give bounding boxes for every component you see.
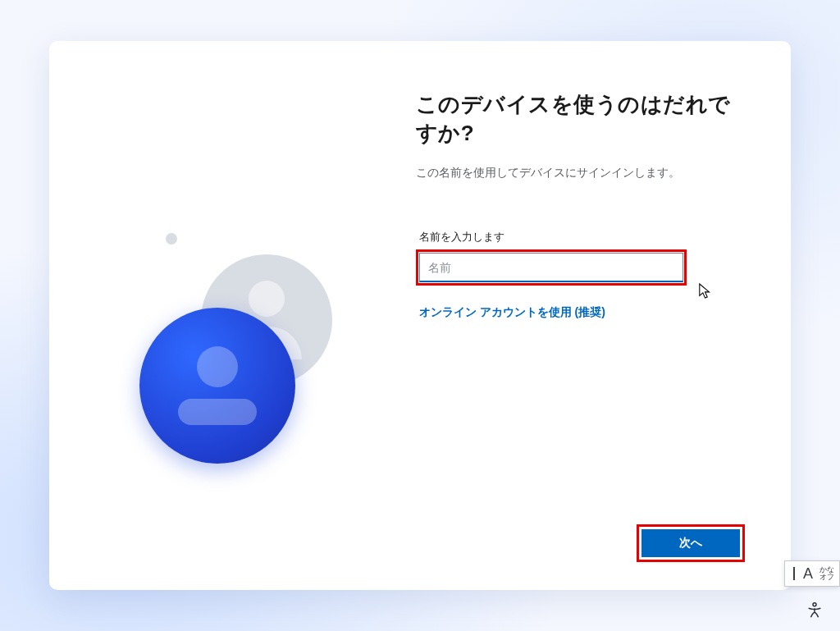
- svg-point-0: [813, 603, 816, 606]
- ime-status: かな オフ: [819, 566, 834, 581]
- person-blue-icon: [139, 308, 295, 464]
- form-pane: このデバイスを使うのはだれですか? この名前を使用してデバイスにサインインします…: [383, 41, 791, 590]
- ime-indicator[interactable]: A かな オフ: [784, 560, 840, 587]
- next-button-highlight: 次へ: [637, 524, 745, 562]
- hero-dot: [166, 233, 177, 245]
- user-hero-illustration: [107, 230, 369, 460]
- name-field-group: 名前を入力します オンライン アカウントを使用 (推奨): [416, 230, 687, 320]
- use-online-account-link[interactable]: オンライン アカウントを使用 (推奨): [419, 305, 605, 320]
- name-field-highlight: [416, 249, 687, 286]
- accessibility-icon: [806, 601, 824, 620]
- page-subtitle: この名前を使用してデバイスにサインインします。: [416, 166, 742, 181]
- ime-caret-icon: [793, 567, 795, 580]
- page-title: このデバイスを使うのはだれですか?: [416, 90, 742, 148]
- accessibility-button[interactable]: [806, 601, 824, 620]
- ime-mode-letter: A: [803, 565, 813, 583]
- name-input[interactable]: [419, 253, 683, 282]
- next-button[interactable]: 次へ: [641, 529, 740, 557]
- name-field-label: 名前を入力します: [416, 230, 687, 245]
- hero-pane: [49, 41, 383, 590]
- setup-card: このデバイスを使うのはだれですか? この名前を使用してデバイスにサインインします…: [49, 41, 791, 590]
